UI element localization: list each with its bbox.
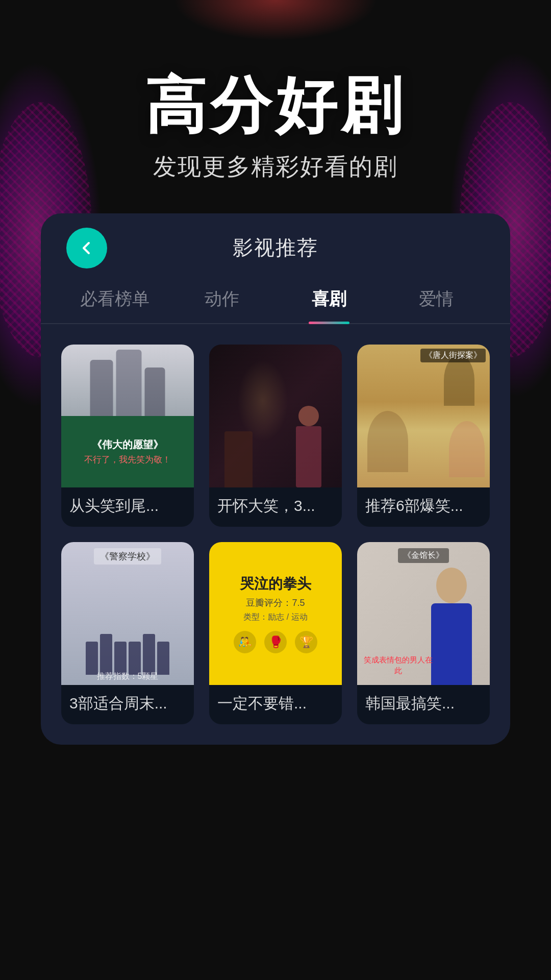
video-card-3[interactable]: 《唐人街探案》 推荐6部爆笑... — [357, 345, 490, 527]
video-caption-1: 从头笑到尾... — [61, 487, 194, 527]
thumb6-sub: 笑成表情包的男人在此 — [362, 654, 434, 676]
video-thumb-4: 《警察学校》 推荐指数：5颗星 — [61, 542, 194, 685]
thumb1-title: 《伟大的愿望》 — [92, 438, 163, 452]
thumb1-sub: 不行了，我先笑为敬！ — [84, 454, 171, 465]
thumb4-rating: 推荐指数：5颗星 — [61, 671, 194, 682]
hero-subtitle: 发现更多精彩好看的剧 — [0, 151, 551, 183]
content-grid-row1: 《伟大的愿望》 不行了，我先笑为敬！ 从头笑到尾... — [41, 345, 510, 527]
video-caption-3: 推荐6部爆笑... — [357, 487, 490, 527]
video-caption-4: 3部适合周末... — [61, 685, 194, 724]
tab-action[interactable]: 动作 — [168, 277, 276, 323]
tabs-container: 必看榜单 动作 喜剧 爱情 — [41, 277, 510, 324]
thumb3-tag: 《唐人街探案》 — [420, 349, 486, 362]
tab-must-watch[interactable]: 必看榜单 — [61, 277, 168, 323]
card-title: 影视推荐 — [233, 234, 318, 262]
video-card-2[interactable]: 开怀大笑，3... — [209, 345, 342, 527]
back-button[interactable] — [66, 228, 107, 268]
video-thumb-1: 《伟大的愿望》 不行了，我先笑为敬！ — [61, 345, 194, 487]
content-grid-row2: 《警察学校》 推荐指数：5颗星 3部适合周末... — [41, 542, 510, 724]
video-card-5[interactable]: 哭泣的拳头 豆瓣评分：7.5 类型：励志 / 运动 🤼 🥊 🏆 一定不要错... — [209, 542, 342, 724]
video-caption-6: 韩国最搞笑... — [357, 685, 490, 724]
thumb5-rating: 豆瓣评分：7.5 — [246, 597, 305, 609]
main-card: 影视推荐 必看榜单 动作 喜剧 爱情 《伟大的愿望》 不行了，我先笑为敬！ — [41, 213, 510, 745]
video-card-4[interactable]: 《警察学校》 推荐指数：5颗星 3部适合周末... — [61, 542, 194, 724]
hero-title: 高分好剧 — [0, 71, 551, 139]
video-caption-5: 一定不要错... — [209, 685, 342, 724]
video-card-6[interactable]: 《金馆长》 笑成表情包的男人在此 韩国最搞笑... — [357, 542, 490, 724]
video-thumb-5: 哭泣的拳头 豆瓣评分：7.5 类型：励志 / 运动 🤼 🥊 🏆 — [209, 542, 342, 685]
thumb5-title: 哭泣的拳头 — [240, 574, 311, 594]
video-card-1[interactable]: 《伟大的愿望》 不行了，我先笑为敬！ 从头笑到尾... — [61, 345, 194, 527]
thumb5-genre: 类型：励志 / 运动 — [243, 612, 307, 623]
card-header: 影视推荐 — [41, 213, 510, 277]
thumb4-label: 《警察学校》 — [94, 548, 161, 565]
hero-section: 高分好剧 发现更多精彩好看的剧 — [0, 0, 551, 213]
tab-romance[interactable]: 爱情 — [383, 277, 490, 323]
video-caption-2: 开怀大笑，3... — [209, 487, 342, 527]
video-thumb-3: 《唐人街探案》 — [357, 345, 490, 487]
tab-comedy[interactable]: 喜剧 — [276, 277, 383, 323]
thumb6-tag: 《金馆长》 — [398, 548, 449, 563]
video-thumb-2 — [209, 345, 342, 487]
video-thumb-6: 《金馆长》 笑成表情包的男人在此 — [357, 542, 490, 685]
